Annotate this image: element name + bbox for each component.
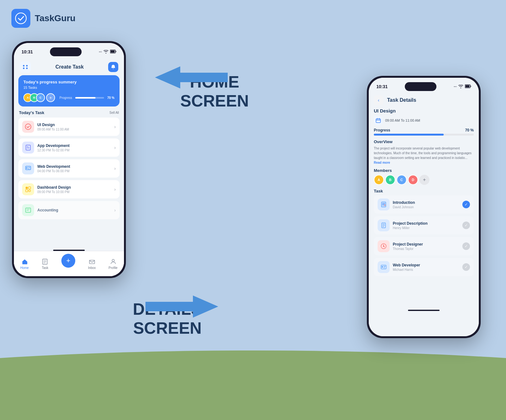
avatar-group: A B C — [23, 93, 42, 102]
svg-rect-28 — [465, 85, 469, 88]
progress-bar-bg — [75, 97, 104, 99]
nav-inbox-label: Inbox — [88, 266, 96, 270]
svg-rect-20 — [28, 187, 31, 189]
home-indicator-details — [408, 310, 440, 311]
nav-task[interactable]: Task — [41, 258, 48, 270]
task-info-dashboard: Dashboard Design 09:00 PM To 10:00 PM — [37, 185, 111, 194]
task-item-web-dev[interactable]: Web Development 04:00 PM To 06:00 PM › — [18, 159, 120, 178]
task-info-accounting: Accounting — [37, 208, 111, 212]
avatar-add-btn[interactable]: + — [46, 93, 55, 102]
svg-rect-18 — [28, 168, 29, 169]
nav-home[interactable]: Home — [20, 258, 29, 270]
status-icons-home: ··· — [99, 50, 116, 54]
detail-task-name: UI Design — [374, 108, 474, 113]
progress-label: Progress — [59, 96, 72, 100]
notch-details — [405, 82, 436, 91]
bell-icon[interactable] — [108, 62, 118, 72]
svg-rect-23 — [26, 208, 31, 212]
check-project-desc: ✓ — [462, 222, 470, 229]
task-name-web-developer: Web Developer — [393, 263, 459, 267]
task-name-dashboard: Dashboard Design — [37, 185, 111, 190]
back-button[interactable]: ‹ — [374, 95, 383, 105]
task-name-web-dev: Web Development — [37, 164, 111, 169]
nav-home-label: Home — [20, 266, 29, 270]
svg-rect-13 — [27, 146, 28, 147]
home-indicator — [53, 250, 85, 251]
brand-bar: TaskGuru — [11, 9, 76, 28]
detail-task-web-developer[interactable]: Web Developer Michael Harris ✓ — [374, 258, 474, 276]
task-icon-accounting — [22, 204, 34, 216]
detail-progress-bar-bg — [374, 134, 474, 136]
progress-card-tasks: 15 Tasks — [23, 86, 114, 89]
nav-inbox[interactable]: Inbox — [88, 258, 96, 270]
task-icon-web-dev — [22, 162, 34, 174]
nav-profile-label: Profile — [108, 266, 117, 270]
task-assignee-web-developer: Michael Harris — [393, 268, 459, 271]
task-assignee-introduction: David Johnson — [393, 205, 459, 209]
check-web-developer: ✓ — [462, 263, 470, 271]
status-time-details: 10:31 — [376, 84, 388, 89]
member-avatar-1: A — [374, 175, 384, 185]
nav-add-button[interactable]: + — [61, 254, 75, 268]
members-title: Members — [374, 168, 474, 173]
detail-content: UI Design 09:00 AM To 11:00 AM Progress … — [369, 108, 479, 279]
calendar-icon — [374, 116, 383, 125]
status-bar-home: 10:31 ··· — [14, 43, 124, 58]
svg-rect-21 — [26, 190, 28, 192]
task-info-web-dev: Web Development 04:00 PM To 06:00 PM — [37, 164, 111, 173]
check-introduction: ✓ — [462, 201, 470, 208]
check-project-designer: ✓ — [462, 242, 470, 250]
task-info-ui-design: UI Design 09:00 AM To 11:00 AM — [37, 123, 111, 131]
progress-card-title: Today's progress summery — [23, 80, 114, 84]
detail-task-project-designer[interactable]: Project Designer Thomas Taylor ✓ — [374, 237, 474, 255]
detail-task-introduction[interactable]: Introduction David Johnson ✓ — [374, 195, 474, 214]
phone-details: 10:31 ··· ‹ Task Details — [367, 76, 481, 338]
task-name-project-designer: Project Designer — [393, 242, 459, 247]
svg-rect-17 — [28, 167, 30, 168]
task-name-app-dev: App Development — [37, 143, 111, 148]
svg-marker-2 — [155, 66, 228, 88]
svg-rect-6 — [110, 51, 114, 53]
svg-rect-29 — [376, 119, 380, 123]
progress-bar-fill — [75, 97, 96, 99]
task-name-introduction: Introduction — [393, 200, 459, 205]
detail-time-text: 09:00 AM To 11:00 AM — [385, 119, 420, 122]
task-assignee-project-desc: Henry Miller — [393, 226, 459, 230]
svg-rect-14 — [27, 148, 29, 148]
member-avatar-3: C — [397, 175, 407, 185]
task-assignee-project-designer: Thomas Taylor — [393, 247, 459, 251]
task-name-ui-design: UI Design — [37, 123, 111, 127]
svg-rect-36 — [382, 266, 383, 268]
battery-icon-d — [465, 84, 471, 89]
task-item-app-dev[interactable]: App Development 12:30 PM To 02:00 PM › — [18, 138, 120, 157]
notch-home — [50, 47, 82, 56]
battery-icon — [110, 50, 116, 54]
task-icon-project-desc — [378, 219, 390, 231]
member-add-btn[interactable]: + — [419, 175, 429, 185]
svg-point-0 — [15, 13, 26, 24]
todays-task-header: Today's Task Sell All — [14, 110, 124, 118]
phone-home: 10:31 ··· — [12, 41, 126, 278]
status-icons-details: ··· — [454, 84, 471, 89]
task-time-ui-design: 09:00 AM To 11:00 AM — [37, 128, 111, 131]
chevron-accounting: › — [114, 208, 116, 213]
task-section-title: Task — [374, 189, 474, 193]
svg-rect-37 — [384, 266, 386, 267]
svg-rect-5 — [115, 51, 116, 52]
task-item-ui-design[interactable]: UI Design 09:00 AM To 11:00 AM › — [18, 118, 120, 136]
sell-all-link[interactable]: Sell All — [109, 111, 119, 114]
svg-point-7 — [23, 65, 25, 67]
read-more-link[interactable]: Read more — [374, 161, 390, 164]
member-avatar-4: D — [408, 175, 418, 185]
menu-icon[interactable] — [20, 61, 31, 73]
svg-point-8 — [26, 65, 28, 67]
svg-rect-38 — [384, 267, 385, 268]
detail-time-row: 09:00 AM To 11:00 AM — [374, 116, 474, 125]
svg-rect-19 — [26, 187, 28, 189]
task-item-dashboard[interactable]: Dashboard Design 09:00 PM To 10:00 PM › — [18, 180, 120, 198]
svg-point-22 — [29, 190, 31, 192]
nav-profile[interactable]: Profile — [108, 258, 117, 270]
task-item-accounting[interactable]: Accounting › — [18, 201, 120, 219]
detail-task-project-desc[interactable]: Project Description Henry Miller ✓ — [374, 216, 474, 234]
svg-marker-3 — [145, 295, 218, 318]
